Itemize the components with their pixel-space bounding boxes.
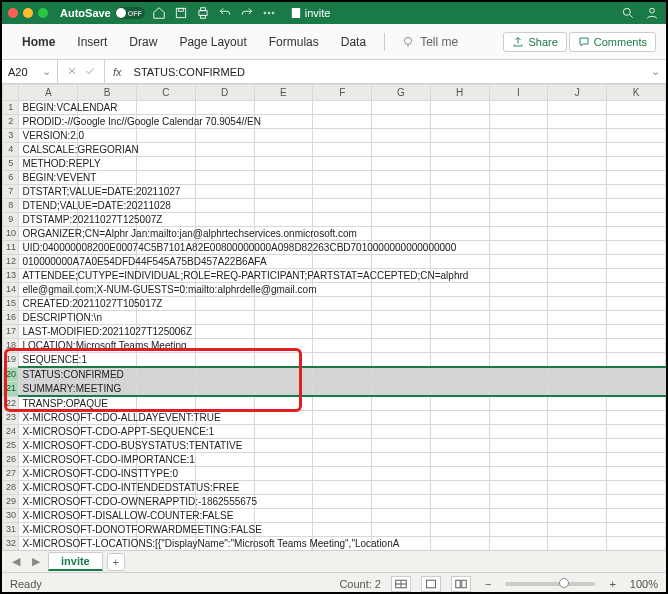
view-normal-icon[interactable] — [391, 576, 411, 592]
cell[interactable] — [430, 425, 489, 439]
cell[interactable] — [489, 537, 548, 551]
cell[interactable] — [430, 367, 489, 382]
cell[interactable] — [372, 325, 431, 339]
cell[interactable] — [489, 129, 548, 143]
table-row[interactable]: 31X-MICROSOFT-DONOTFORWARDMEETING:FALSE — [3, 523, 666, 537]
account-icon[interactable] — [644, 5, 660, 21]
cell[interactable] — [372, 129, 431, 143]
cell[interactable]: VERSION:2.0 — [19, 129, 78, 143]
table-row[interactable]: 14 elle@gmail.com;X-NUM-GUESTS=0:mailto:… — [3, 283, 666, 297]
cell[interactable] — [313, 367, 372, 382]
cell[interactable] — [548, 297, 607, 311]
table-row[interactable]: 24X-MICROSOFT-CDO-APPT-SEQUENCE:1 — [3, 425, 666, 439]
cell[interactable] — [313, 171, 372, 185]
cell[interactable] — [254, 339, 313, 353]
cell[interactable] — [372, 171, 431, 185]
table-row[interactable]: 13ATTENDEE;CUTYPE=INDIVIDUAL;ROLE=REQ-PA… — [3, 269, 666, 283]
cell[interactable] — [195, 143, 254, 157]
cell[interactable] — [195, 467, 254, 481]
cell[interactable] — [372, 411, 431, 425]
cell[interactable] — [254, 467, 313, 481]
cell[interactable] — [313, 495, 372, 509]
cell[interactable] — [137, 382, 196, 397]
row-header[interactable]: 26 — [3, 453, 19, 467]
cell[interactable]: DESCRIPTION:\n — [19, 311, 78, 325]
cell[interactable] — [607, 367, 666, 382]
row-header[interactable]: 11 — [3, 241, 19, 255]
column-header[interactable]: K — [607, 85, 666, 101]
cell[interactable] — [489, 185, 548, 199]
cell[interactable] — [548, 143, 607, 157]
row-header[interactable]: 14 — [3, 283, 19, 297]
cell[interactable] — [372, 523, 431, 537]
cell[interactable] — [489, 199, 548, 213]
cell[interactable] — [430, 453, 489, 467]
cell[interactable] — [372, 509, 431, 523]
cell[interactable] — [254, 171, 313, 185]
cell[interactable] — [195, 129, 254, 143]
cell[interactable]: LOCATION:Microsoft Teams Meeting — [19, 339, 78, 353]
cell[interactable] — [137, 353, 196, 368]
cell[interactable] — [607, 425, 666, 439]
cell[interactable] — [254, 157, 313, 171]
cell[interactable] — [430, 382, 489, 397]
cell[interactable]: DTEND;VALUE=DATE:20211028 — [19, 199, 78, 213]
cell[interactable] — [254, 213, 313, 227]
row-header[interactable]: 10 — [3, 227, 19, 241]
cell[interactable] — [607, 185, 666, 199]
cell[interactable] — [489, 339, 548, 353]
scroll-right-icon[interactable]: ▶ — [28, 555, 44, 568]
cell[interactable] — [489, 227, 548, 241]
cell[interactable] — [254, 509, 313, 523]
cell[interactable] — [489, 241, 548, 255]
cell[interactable] — [430, 495, 489, 509]
cell[interactable] — [372, 227, 431, 241]
row-header[interactable]: 18 — [3, 339, 19, 353]
table-row[interactable]: 26X-MICROSOFT-CDO-IMPORTANCE:1 — [3, 453, 666, 467]
row-header[interactable]: 2 — [3, 115, 19, 129]
column-header[interactable]: G — [372, 85, 431, 101]
cell[interactable] — [372, 311, 431, 325]
cell[interactable] — [607, 481, 666, 495]
cell[interactable] — [430, 157, 489, 171]
cell[interactable] — [548, 481, 607, 495]
cell[interactable] — [489, 495, 548, 509]
row-header[interactable]: 17 — [3, 325, 19, 339]
cell[interactable] — [548, 353, 607, 368]
row-header[interactable]: 15 — [3, 297, 19, 311]
cell[interactable]: SEQUENCE:1 — [19, 353, 78, 368]
cell[interactable] — [313, 509, 372, 523]
row-header[interactable]: 29 — [3, 495, 19, 509]
cell[interactable]: X-MICROSOFT-CDO-ALLDAYEVENT:TRUE — [19, 411, 78, 425]
cell[interactable]: LAST-MODIFIED:20211027T125006Z — [19, 325, 78, 339]
cell[interactable] — [372, 115, 431, 129]
cell[interactable] — [607, 325, 666, 339]
cell[interactable] — [430, 537, 489, 551]
cell[interactable] — [254, 396, 313, 411]
cell[interactable] — [254, 297, 313, 311]
cell[interactable] — [313, 481, 372, 495]
row-header[interactable]: 12 — [3, 255, 19, 269]
cell[interactable] — [313, 453, 372, 467]
cell[interactable] — [372, 439, 431, 453]
cell[interactable] — [78, 129, 137, 143]
cell[interactable] — [195, 185, 254, 199]
cell[interactable] — [254, 115, 313, 129]
cell[interactable] — [430, 297, 489, 311]
cell[interactable] — [430, 171, 489, 185]
maximize-window-button[interactable] — [38, 8, 48, 18]
cell[interactable] — [489, 115, 548, 129]
redo-icon[interactable] — [239, 5, 255, 21]
cell[interactable]: CALSCALE:GREGORIAN — [19, 143, 78, 157]
formula-input[interactable]: STATUS:CONFIRMED — [130, 66, 645, 78]
cell[interactable] — [254, 523, 313, 537]
cell[interactable] — [372, 339, 431, 353]
table-row[interactable]: 25X-MICROSOFT-CDO-BUSYSTATUS:TENTATIVE — [3, 439, 666, 453]
cell[interactable] — [372, 367, 431, 382]
row-header[interactable]: 31 — [3, 523, 19, 537]
cell[interactable] — [489, 171, 548, 185]
cell[interactable] — [195, 199, 254, 213]
cell[interactable] — [430, 227, 489, 241]
table-row[interactable]: 20STATUS:CONFIRMED — [3, 367, 666, 382]
cell[interactable]: X-MICROSOFT-CDO-INTENDEDSTATUS:FREE — [19, 481, 78, 495]
